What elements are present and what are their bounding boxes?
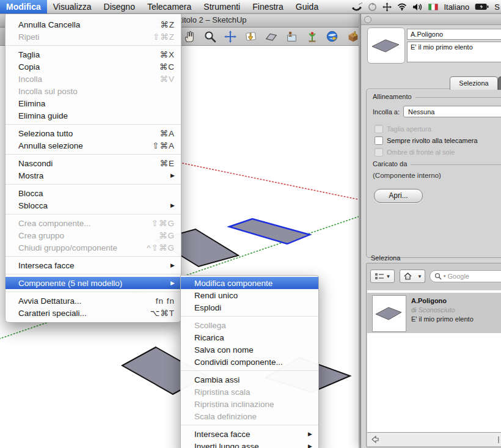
menu-item-elimina-guide[interactable]: Elimina guide xyxy=(5,109,181,122)
component-description-field[interactable]: E' il mio primo elento xyxy=(407,42,501,62)
menubar-modifica[interactable]: Modifica xyxy=(0,0,47,13)
menu-item-annulla-cancella[interactable]: Annulla Cancella⌘Z xyxy=(5,18,181,31)
menu-item-crea-gruppo: Crea gruppo⌘G xyxy=(5,229,181,241)
menu-item-condividi-componente[interactable]: Condividi componente... xyxy=(181,356,318,368)
component-list[interactable]: A.Poligono di Sconosciuto E' il mio prim… xyxy=(367,290,501,434)
menu-item-interseca-facce[interactable]: Interseca facce▶ xyxy=(5,259,181,271)
list-item-author: di Sconosciuto xyxy=(411,306,455,314)
menu-item-esplodi[interactable]: Esplodi xyxy=(181,301,318,314)
menu-item-label: Cambia assi xyxy=(194,375,312,384)
menu-item-shortcut: ⌘Z xyxy=(160,20,175,29)
open-button[interactable]: Apri... xyxy=(374,189,423,203)
checkbox-box xyxy=(375,125,383,133)
flag-italy-icon[interactable] xyxy=(428,4,438,10)
loaded-from-header: Caricato da xyxy=(373,160,501,167)
thumbnail-shape xyxy=(373,296,404,330)
search-icon xyxy=(434,273,442,280)
menu-separator xyxy=(5,45,181,46)
pan-hand-icon[interactable] xyxy=(182,29,197,45)
photo-textures-icon[interactable] xyxy=(284,29,299,45)
menu-item-sblocca[interactable]: Sblocca▶ xyxy=(5,199,181,211)
menubar-visualizza[interactable]: Visualizza xyxy=(47,0,98,13)
menu-item-inverti-lungo-asse[interactable]: Inverti lungo asse▶ xyxy=(181,440,318,448)
menu-item-label: Seleziona tutto xyxy=(18,129,150,138)
menu-item-elimina[interactable]: Elimina xyxy=(5,97,181,109)
menu-item-taglia[interactable]: Taglia⌘X xyxy=(5,48,181,61)
component-name-field[interactable]: A.Poligono xyxy=(407,29,501,40)
search-input[interactable]: ▾ Google xyxy=(430,270,501,282)
menubar-guida[interactable]: Guida xyxy=(290,0,324,13)
battery-icon[interactable] xyxy=(475,3,489,10)
menu-item-seleziona-tutto[interactable]: Seleziona tutto⌘A xyxy=(5,127,181,139)
menu-item-copia[interactable]: Copia⌘C xyxy=(5,61,181,73)
checkbox-sempre-rivolto-alla-telecamera[interactable]: Sempre rivolto alla telecamera xyxy=(375,136,478,145)
menu-item-crea-componente: Crea componente...⇧⌘G xyxy=(5,217,181,229)
menu-item-avvia-dettatura[interactable]: Avvia Dettatura...fn fn xyxy=(5,295,181,307)
submenu-arrow-icon: ▶ xyxy=(308,443,312,448)
author-prefix: di xyxy=(411,306,419,314)
menu-item-blocca[interactable]: Blocca xyxy=(5,187,181,199)
checkbox-box xyxy=(375,148,383,156)
glue-to-select[interactable]: Nessuna xyxy=(403,106,501,117)
zoom-extents-icon[interactable] xyxy=(223,29,238,45)
component-submenu: Modifica componenteRendi unicoEsplodiSco… xyxy=(180,275,319,448)
menu-separator xyxy=(5,154,181,155)
checkbox-box[interactable] xyxy=(375,136,383,145)
menu-item-componente-5-nel-modello[interactable]: Componente (5 nel modello)▶ xyxy=(5,277,181,289)
menu-item-label: Blocca xyxy=(18,189,175,198)
add-location-icon[interactable] xyxy=(243,29,258,45)
menu-item-caratteri-speciali[interactable]: Caratteri speciali...⌥⌘T xyxy=(5,307,181,319)
home-button[interactable] xyxy=(400,270,415,283)
panel-titlebar[interactable] xyxy=(361,13,501,25)
sandbox-icon[interactable] xyxy=(305,29,320,45)
view-options-button[interactable]: ▼ xyxy=(370,270,395,283)
tab-next-partial[interactable] xyxy=(498,76,501,90)
menu-item-label: Chiudi gruppo/componente xyxy=(18,243,137,252)
menu-item-scala-definizione: Scala definizione xyxy=(181,410,318,422)
menu-item-label: Ripeti xyxy=(18,32,143,42)
menubar-strumenti[interactable]: Strumenti xyxy=(197,0,246,13)
google-earth-icon[interactable] xyxy=(325,29,340,45)
menubar-finestra[interactable]: Finestra xyxy=(246,0,290,13)
menu-item-label: Crea componente... xyxy=(18,219,142,228)
list-item-selected[interactable]: A.Poligono di Sconosciuto E' il mio prim… xyxy=(367,293,501,333)
menubar-telecamera[interactable]: Telecamera xyxy=(141,0,197,13)
phone-icon[interactable] xyxy=(352,2,362,12)
wifi-icon[interactable] xyxy=(397,3,407,10)
menu-item-label: Avvia Dettatura... xyxy=(18,296,146,306)
menu-item-cambia-assi[interactable]: Cambia assi xyxy=(181,373,318,386)
menu-item-mostra[interactable]: Mostra▶ xyxy=(5,169,181,182)
tab-seleziona[interactable]: Seleziona xyxy=(450,76,498,90)
menu-item-label: Incolla xyxy=(18,75,150,84)
menu-item-annulla-selezione[interactable]: Annulla selezione⇧⌘A xyxy=(5,139,181,152)
menu-item-label: Ripristina scala xyxy=(194,387,312,397)
menu-item-interseca-facce[interactable]: Interseca facce▶ xyxy=(181,428,318,440)
zoom-icon[interactable] xyxy=(202,29,217,45)
menubar: ModificaVisualizzaDisegnoTelecameraStrum… xyxy=(0,0,501,14)
footer-scroll-mark xyxy=(498,436,499,443)
back-arrow-icon[interactable] xyxy=(371,435,380,444)
menu-item-label: Componente (5 nel modello) xyxy=(18,279,163,288)
alignment-group-box: Allineamento Incolla a: Nessuna Taglia a… xyxy=(366,89,501,258)
sync-icon[interactable] xyxy=(368,2,377,12)
menu-item-salva-con-nome[interactable]: Salva con nome xyxy=(181,343,318,356)
menu-separator xyxy=(181,425,318,425)
search-placeholder: Google xyxy=(448,273,469,280)
volume-icon[interactable] xyxy=(412,3,423,11)
checkbox-taglia-apertura: Taglia apertura xyxy=(375,125,431,133)
menu-item-label: Taglia xyxy=(18,50,150,59)
menu-item-nascondi[interactable]: Nascondi⌘E xyxy=(5,157,181,169)
move-icon[interactable] xyxy=(382,2,392,12)
close-icon[interactable] xyxy=(364,16,371,23)
menu-item-rendi-unico[interactable]: Rendi unico xyxy=(181,289,318,301)
menu-item-shortcut: ⌘X xyxy=(159,50,175,59)
menubar-disegno[interactable]: Disegno xyxy=(98,0,141,13)
home-dropdown-button[interactable]: ▼ xyxy=(415,270,425,283)
menu-separator xyxy=(5,124,181,125)
face-style-icon[interactable] xyxy=(264,29,279,45)
menu-item-shortcut: ⌘C xyxy=(159,62,175,72)
menu-item-ricarica[interactable]: Ricarica xyxy=(181,331,318,343)
menu-item-modifica-componente[interactable]: Modifica componente xyxy=(181,277,318,289)
component-thumbnail xyxy=(367,28,405,64)
language-label[interactable]: Italiano xyxy=(444,2,469,12)
